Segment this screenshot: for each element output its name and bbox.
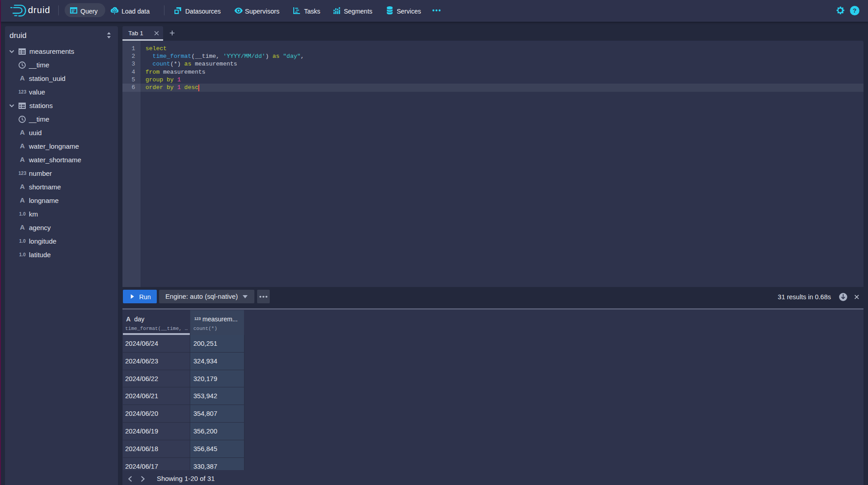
svg-text:?: ?: [853, 7, 856, 14]
